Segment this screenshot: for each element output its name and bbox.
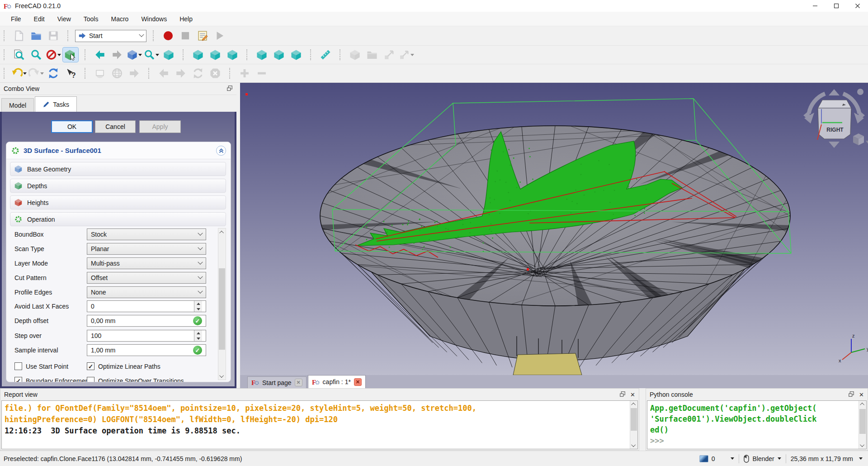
spin-down-button[interactable] (194, 336, 202, 341)
make-sub-link-dropdown-caret[interactable] (410, 54, 414, 56)
menu-help[interactable]: Help (173, 13, 199, 25)
view-front-button[interactable] (190, 48, 206, 62)
minimize-button[interactable] (804, 0, 826, 12)
cut-pattern-dropdown[interactable]: Offset (87, 272, 206, 284)
redo-dropdown-caret[interactable] (40, 72, 44, 75)
python-scrollbar[interactable] (859, 401, 866, 449)
menu-edit[interactable]: Edit (28, 13, 51, 25)
python-console-output[interactable]: App.getDocument('capfin').getObject('Sur… (647, 400, 867, 449)
report-view-output[interactable]: file.) for QFontDef(Family="8514oem", po… (1, 400, 638, 449)
view-isometric-dropdown-caret[interactable] (138, 54, 142, 56)
zoom-tools-dropdown-caret[interactable] (156, 54, 159, 56)
checkbox-box[interactable] (14, 362, 22, 370)
document-tab-start-page[interactable]: Start page✕ (247, 376, 307, 388)
navigation-style-selector[interactable]: Blender (744, 455, 781, 463)
scroll-up-button[interactable] (218, 228, 226, 236)
python-close-button[interactable]: ✕ (859, 391, 864, 398)
toolbar-group-view-fit (9, 48, 81, 62)
tab-close-button[interactable]: ✕ (354, 378, 362, 386)
collapse-section-button[interactable] (216, 146, 226, 156)
scrollbar-thumb[interactable] (219, 268, 225, 350)
fit-selection-button[interactable] (28, 48, 44, 62)
spin-up-button[interactable] (194, 330, 202, 336)
checkbox-box[interactable]: ✓ (87, 362, 94, 370)
surface-op-icon (11, 146, 20, 155)
console-prompt[interactable]: >>> (650, 435, 863, 446)
macro-record-button[interactable] (160, 29, 176, 43)
checkbox-box[interactable]: ✓ (14, 377, 22, 382)
view-axonometric-button[interactable] (161, 48, 176, 62)
macro-stop-button[interactable] (178, 29, 193, 43)
scan-type-dropdown[interactable]: Planar (87, 243, 206, 255)
layer-mode-dropdown[interactable]: Multi-pass (87, 257, 206, 269)
menu-tools[interactable]: Tools (77, 13, 105, 25)
3d-viewport[interactable]: RIGHT z y x Start page✕capfin : 1*✕ (240, 83, 868, 388)
scroll-down-button[interactable] (218, 372, 226, 380)
refresh-button[interactable] (46, 66, 61, 81)
document-tab-capfin-1-[interactable]: capfin : 1*✕ (308, 375, 366, 388)
tab-close-button[interactable]: ✕ (295, 379, 302, 386)
draw-style-dropdown-caret[interactable] (57, 54, 61, 56)
report-close-button[interactable]: ✕ (630, 391, 635, 398)
python-float-button[interactable] (848, 391, 854, 399)
section-heights[interactable]: Heights (10, 195, 226, 209)
section-depths[interactable]: Depths (10, 179, 226, 193)
whats-this-button[interactable] (63, 66, 78, 81)
nav-cube-top-face[interactable] (818, 100, 851, 108)
measure-distance-button[interactable] (318, 48, 333, 62)
form-scrollbar[interactable] (218, 228, 226, 380)
view-bottom-button[interactable] (271, 48, 287, 62)
avoid-last-x-faces-input[interactable]: 0 (87, 300, 206, 312)
draw-style-button[interactable] (46, 48, 61, 62)
section-operation[interactable]: Operation (10, 212, 226, 226)
report-float-button[interactable] (619, 391, 626, 399)
view-rear-button[interactable] (254, 48, 269, 62)
step-over-input[interactable]: 100 (87, 330, 206, 342)
spin-up-button[interactable] (194, 301, 202, 306)
maximize-button[interactable] (826, 0, 847, 12)
macro-edit-button[interactable] (195, 29, 210, 43)
macro-play-button[interactable] (212, 29, 227, 43)
checkbox-use-start-point[interactable]: Use Start Point (14, 362, 68, 370)
boundbox-dropdown[interactable]: Stock (87, 228, 206, 240)
checkbox-optimize-stepover-transitions[interactable]: Optimize StepOver Transitions (87, 377, 184, 382)
sample-interval-input[interactable]: 1,00 mm✓ (87, 344, 206, 356)
fit-all-button[interactable] (11, 48, 27, 62)
checkbox-boundary-enforcement[interactable]: ✓Boundary Enforcement (14, 377, 90, 382)
menu-macro[interactable]: Macro (104, 13, 135, 25)
view-right-button[interactable] (225, 48, 240, 62)
nav-dot-button[interactable] (857, 89, 863, 95)
nav-cube-front-face[interactable] (818, 108, 851, 139)
dimension-selector[interactable]: 25,36 mm x 11,79 mm (791, 455, 863, 462)
layer-selector[interactable]: 0 (699, 455, 735, 462)
menu-file[interactable]: File (5, 13, 28, 25)
depth-offset-input[interactable]: 0,00 mm✓ (87, 315, 206, 327)
view-top-button[interactable] (208, 48, 223, 62)
view-left-button[interactable] (288, 48, 304, 62)
checkbox-box[interactable] (87, 377, 94, 382)
zoom-tools-button[interactable] (144, 48, 159, 62)
profile-edges-dropdown[interactable]: None (87, 286, 206, 298)
combo-float-button[interactable] (226, 85, 233, 93)
open-file-button[interactable] (28, 29, 44, 43)
ok-button[interactable]: OK (51, 120, 93, 133)
3d-scene[interactable]: RIGHT z y x (240, 83, 868, 375)
view-back-button[interactable] (92, 48, 108, 62)
close-button[interactable] (847, 0, 868, 12)
box-element-selection-button[interactable] (63, 48, 78, 62)
menu-view[interactable]: View (51, 13, 77, 25)
spin-down-button[interactable] (194, 306, 202, 312)
menu-windows[interactable]: Windows (135, 13, 173, 25)
tab-model[interactable]: Model (1, 98, 34, 112)
workbench-selector[interactable]: Start (75, 30, 146, 42)
apply-button[interactable]: Apply (139, 120, 181, 133)
checkbox-optimize-linear-paths[interactable]: ✓Optimize Linear Paths (87, 362, 160, 370)
section-base-geometry[interactable]: Base Geometry (10, 162, 226, 176)
view-forward-button[interactable] (109, 48, 125, 62)
undo-dropdown-caret[interactable] (23, 72, 27, 75)
report-scrollbar[interactable] (630, 401, 637, 449)
undo-button[interactable] (11, 66, 27, 81)
view-isometric-button[interactable] (127, 48, 142, 62)
cancel-button[interactable]: Cancel (95, 120, 136, 133)
tab-tasks[interactable]: Tasks (35, 96, 77, 112)
